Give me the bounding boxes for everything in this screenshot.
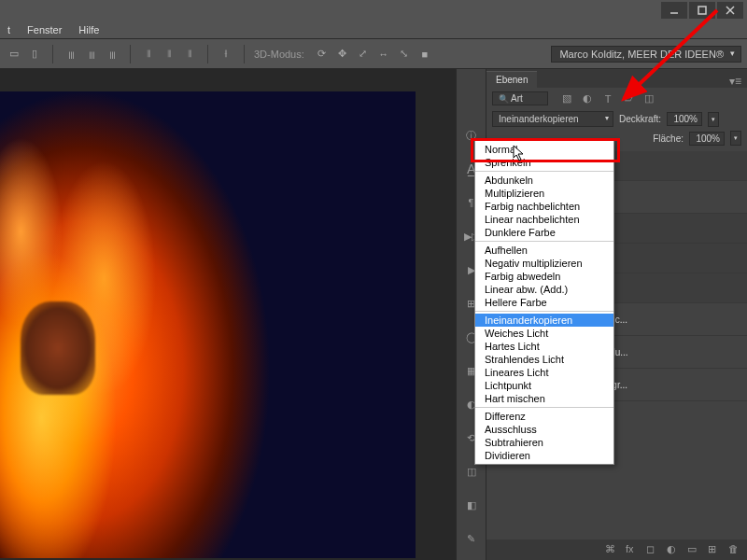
layers-footer: ⌘ fx ◻ ◐ ▭ ⊞ 🗑 (486, 539, 747, 560)
filter-pixel-icon[interactable]: ▧ (559, 92, 574, 105)
workspace-dropdown[interactable]: Marco Kolditz, MEER DER IDEEN® (551, 46, 741, 63)
blend-mode-option[interactable]: Dividieren (475, 449, 613, 462)
fill-flyout[interactable]: ▾ (730, 131, 741, 146)
blend-mode-popup: NormalSprenkelnAbdunkelnMultiplizierenFa… (474, 140, 614, 465)
filter-adjust-icon[interactable]: ◐ (580, 92, 595, 105)
blend-mode-option[interactable]: Linear abw. (Add.) (475, 283, 613, 296)
opacity-value[interactable]: 100% (667, 112, 702, 126)
blend-mode-option[interactable]: Negativ multiplizieren (475, 257, 613, 270)
distribute-icon[interactable]: ⫴ (161, 46, 177, 63)
blend-mode-option[interactable]: Aufhellen (475, 244, 613, 257)
opacity-label: Deckkraft: (619, 114, 661, 124)
align-icon[interactable]: ▭ (6, 46, 22, 63)
blend-mode-option[interactable]: Farbig nachbelichten (475, 200, 613, 213)
blend-mode-option[interactable]: Weiches Licht (475, 327, 613, 340)
link-icon[interactable]: ⌘ (605, 543, 618, 556)
blend-mode-option[interactable]: Lichtpunkt (475, 379, 613, 392)
blend-mode-option[interactable]: Farbig abwedeln (475, 270, 613, 283)
blend-mode-option[interactable]: Ineinanderkopieren (475, 314, 613, 327)
maximize-button[interactable] (689, 2, 715, 19)
group-icon[interactable]: ▭ (687, 543, 700, 556)
distribute-icon[interactable]: ⫴ (181, 46, 198, 63)
slide-icon[interactable]: ↔ (375, 46, 392, 63)
new-layer-icon[interactable]: ⊞ (708, 543, 721, 556)
fill-value[interactable]: 100% (689, 132, 725, 146)
menu-item-fenster[interactable]: Fenster (27, 24, 62, 35)
filter-type-icon[interactable]: T (600, 92, 615, 105)
opacity-flyout[interactable]: ▾ (708, 112, 719, 127)
blend-mode-option[interactable]: Lineares Licht (475, 366, 613, 379)
trash-icon[interactable]: 🗑 (728, 543, 741, 556)
blend-mode-option[interactable]: Hartes Licht (475, 340, 613, 353)
close-button[interactable] (717, 2, 743, 19)
blend-mode-option[interactable]: Multiplizieren (475, 187, 613, 200)
tab-ebenen[interactable]: Ebenen (486, 71, 537, 88)
blend-mode-option[interactable]: Differenz (475, 410, 613, 423)
filter-shape-icon[interactable]: ▱ (621, 92, 636, 105)
mask-icon[interactable]: ◻ (646, 543, 659, 556)
window-titlebar (0, 0, 747, 21)
layer-filter-dropdown[interactable]: Art (492, 91, 548, 105)
blend-mode-option[interactable]: Linear nachbelichten (475, 213, 613, 226)
orbit-icon[interactable]: ⟳ (314, 46, 331, 63)
blend-mode-option[interactable]: Hellere Farbe (475, 296, 613, 309)
menu-item-cut[interactable]: t (7, 24, 10, 35)
channels-icon[interactable]: ◧ (461, 495, 482, 515)
canvas[interactable] (0, 69, 456, 560)
mode-3d-label: 3D-Modus: (254, 49, 304, 60)
fx-icon[interactable]: fx (626, 543, 639, 556)
blend-mode-option[interactable]: Subtrahieren (475, 436, 613, 449)
distribute-icon[interactable]: ⫼ (104, 46, 120, 63)
document-image (0, 91, 416, 558)
menu-item-hilfe[interactable]: Hilfe (78, 24, 99, 35)
blend-mode-option[interactable]: Hart mischen (475, 392, 613, 405)
options-bar: ▭ ▯ ⫼ ⫼ ⫼ ⫴ ⫴ ⫴ ⫲ 3D-Modus: ⟳ ✥ ⤢ ↔ ⤡ ■ … (0, 39, 747, 69)
blend-mode-option[interactable]: Normal (475, 143, 613, 156)
distribute-icon[interactable]: ⫼ (83, 46, 100, 63)
menubar: t Fenster Hilfe (0, 21, 747, 39)
blend-mode-option[interactable]: Abdunkeln (475, 174, 613, 187)
pan-icon[interactable]: ✥ (334, 46, 351, 63)
camera-icon[interactable]: ■ (416, 46, 433, 63)
fill-label: Fläche: (653, 133, 684, 144)
panel-menu-icon[interactable]: ▾≡ (724, 75, 747, 88)
distribute-icon[interactable]: ⫲ (218, 46, 234, 63)
blend-mode-option[interactable]: Sprenkeln (475, 156, 613, 169)
distribute-icon[interactable]: ⫴ (140, 46, 157, 63)
paths-icon[interactable]: ✎ (461, 528, 482, 549)
dolly-icon[interactable]: ⤢ (355, 46, 372, 63)
blend-mode-dropdown[interactable]: Ineinanderkopieren (492, 111, 613, 127)
adjustment-icon[interactable]: ◐ (667, 543, 680, 556)
minimize-button[interactable] (661, 2, 687, 19)
blend-mode-option[interactable]: Strahlendes Licht (475, 353, 613, 366)
distribute-icon[interactable]: ⫼ (63, 46, 79, 63)
scale-icon[interactable]: ⤡ (396, 46, 413, 63)
blend-mode-option[interactable]: Ausschluss (475, 423, 613, 436)
blend-mode-option[interactable]: Dunklere Farbe (475, 226, 613, 239)
filter-smart-icon[interactable]: ◫ (641, 92, 656, 105)
svg-rect-1 (698, 7, 706, 14)
align-icon[interactable]: ▯ (26, 46, 43, 63)
